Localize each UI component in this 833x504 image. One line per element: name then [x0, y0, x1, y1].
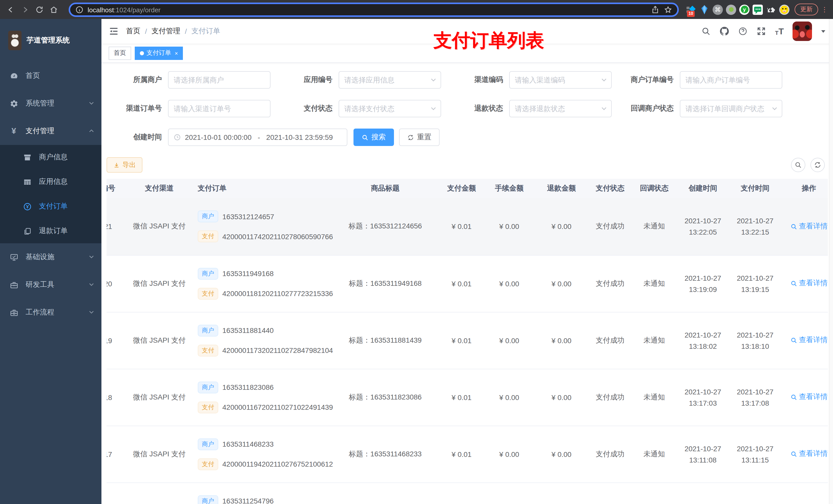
col-refund: 退款金额 [535, 179, 588, 198]
cell-pay-time [730, 482, 781, 504]
breadcrumb-pay-mgmt[interactable]: 支付管理 [152, 27, 180, 36]
avatar[interactable] [792, 22, 812, 41]
browser-home-icon[interactable] [48, 4, 60, 15]
share-icon[interactable] [651, 4, 659, 15]
col-amount: 支付金额 [439, 179, 484, 198]
filter-app-id: 应用编号 [277, 71, 448, 89]
extension-y-icon[interactable]: y [739, 4, 749, 15]
sidebar-item-merchant-info[interactable]: 商户信息 [0, 145, 101, 170]
merchant-order-no: 1635311881440 [222, 326, 273, 334]
search-button[interactable]: 搜索 [354, 128, 394, 146]
extension-emoji-icon[interactable] [779, 4, 789, 15]
notify-status-select[interactable] [686, 104, 777, 113]
browser-address-bar[interactable]: localhost:1024/pay/order [69, 2, 679, 17]
browser-forward-icon[interactable] [20, 4, 31, 15]
date-range-picker[interactable]: 2021-10-01 00:00:00 - 2021-10-31 23:59:5… [168, 128, 347, 146]
channel-order-no: 4200001181202110277723215336 [222, 289, 333, 297]
cell-notify: 未通知 [632, 255, 676, 312]
fullscreen-icon[interactable] [757, 26, 766, 36]
channel-code-select[interactable] [515, 76, 606, 84]
extension-puzzle-icon[interactable] [766, 4, 776, 15]
cell-pay-time: 2021-10-2713:22:15 [730, 198, 781, 255]
table-header-row: 编号 支付渠道 支付订单 商品标题 支付金额 手续金额 退款金额 支付状态 回调… [106, 179, 828, 198]
filter-merchant: 所属商户 [106, 71, 277, 89]
chevron-down-icon [89, 99, 94, 107]
cell-action: 查看详情 [781, 255, 828, 312]
sidebar-item-payment[interactable]: ¥ 支付管理 [0, 117, 101, 145]
table-row: 18 微信 JSAPI 支付 商户 1635311823086 支付 42000… [106, 369, 828, 426]
github-icon[interactable] [720, 26, 730, 36]
collapse-menu-icon[interactable] [109, 26, 119, 37]
help-icon[interactable] [738, 26, 748, 36]
table-row: 20 微信 JSAPI 支付 商户 1635311949168 支付 42000… [106, 255, 828, 312]
channel-order-no-input[interactable] [174, 104, 265, 113]
page-scrollbar[interactable] [829, 19, 833, 504]
app-logo-row[interactable]: 芋道管理系统 [0, 19, 101, 62]
cell-action: 查看详情 [781, 426, 828, 482]
view-detail-link[interactable]: 查看详情 [790, 279, 828, 288]
download-icon [113, 162, 120, 168]
close-icon[interactable]: × [175, 50, 178, 56]
search-icon [790, 394, 797, 401]
view-detail-link[interactable]: 查看详情 [790, 336, 828, 345]
extension-gem-icon[interactable] [699, 4, 710, 15]
col-notify: 回调状态 [632, 179, 676, 198]
pay-badge: 支付 [198, 231, 218, 242]
cell-fee: ¥ 0.00 [484, 312, 535, 369]
dashboard-icon [9, 71, 19, 80]
browser-back-icon[interactable] [5, 4, 16, 15]
chevron-down-icon [89, 308, 94, 316]
browser-update-button[interactable]: 更新 [794, 4, 818, 15]
view-detail-link[interactable]: 查看详情 [790, 222, 828, 231]
merchant-input[interactable] [174, 76, 265, 84]
refresh-button[interactable] [810, 158, 825, 172]
search-icon [790, 337, 797, 344]
font-size-icon[interactable]: TT [775, 27, 784, 35]
app-title: 芋道管理系统 [27, 36, 70, 45]
extension-diamond-icon[interactable]: 10 [686, 4, 696, 15]
bookmark-star-icon[interactable] [663, 4, 672, 15]
col-channel: 支付渠道 [126, 179, 193, 198]
cell-id: 20 [106, 255, 126, 312]
view-detail-link[interactable]: 查看详情 [790, 450, 828, 459]
browser-reload-icon[interactable] [34, 4, 45, 15]
breadcrumb-home[interactable]: 首页 [126, 27, 140, 36]
extension-record-icon[interactable] [726, 4, 736, 15]
cell-id [106, 482, 126, 504]
table-row: 21 微信 JSAPI 支付 商户 1635312124657 支付 42000… [106, 198, 828, 255]
reset-button[interactable]: 重置 [399, 128, 439, 146]
extension-command-icon[interactable]: ⌘ [713, 4, 723, 15]
caret-down-icon[interactable] [821, 27, 826, 36]
sidebar-item-infra[interactable]: 基础设施 [0, 243, 101, 271]
sidebar-item-home[interactable]: 首页 [0, 62, 101, 90]
pay-status-select[interactable] [344, 104, 435, 113]
sidebar-item-app-info[interactable]: 应用信息 [0, 170, 101, 194]
view-detail-link[interactable]: 查看详情 [790, 392, 828, 402]
tag-home[interactable]: 首页 [109, 46, 131, 60]
sidebar-item-workflow[interactable]: 工作流程 [0, 298, 101, 326]
cell-notify [632, 482, 676, 504]
app-id-select[interactable] [344, 76, 435, 84]
browser-menu-icon[interactable]: ⋮ [821, 6, 828, 13]
toggle-search-button[interactable] [791, 158, 805, 172]
search-icon [790, 280, 797, 287]
refund-status-select[interactable] [515, 104, 606, 113]
tag-pay-order[interactable]: 支付订单 × [135, 46, 183, 60]
sidebar-item-system[interactable]: 系统管理 [0, 90, 101, 117]
sidebar: 芋道管理系统 首页 系统管理 ¥ 支付管理 商户信息 [0, 19, 101, 504]
cell-pay-time: 2021-10-2713:11:15 [730, 426, 781, 482]
cell-status: 支付成功 [588, 369, 632, 426]
export-button[interactable]: 导出 [106, 157, 142, 173]
cell-status [588, 482, 632, 504]
extension-chat-icon[interactable] [753, 4, 763, 15]
sidebar-item-pay-order[interactable]: 支付订单 [0, 194, 101, 219]
sidebar-item-refund-order[interactable]: 退款订单 [0, 219, 101, 243]
info-icon[interactable] [75, 4, 84, 15]
search-icon [362, 134, 368, 141]
merchant-order-no-input[interactable] [686, 76, 777, 84]
channel-order-no: 4200001174202110278060590766 [222, 233, 333, 241]
cell-create-time: 2021-10-2713:11:08 [676, 426, 730, 482]
search-icon[interactable] [701, 26, 711, 36]
sidebar-item-dev-tools[interactable]: 研发工具 [0, 271, 101, 298]
filter-row-2: 渠道订单号 支付状态 退款状态 回调商户状态 [106, 100, 828, 117]
